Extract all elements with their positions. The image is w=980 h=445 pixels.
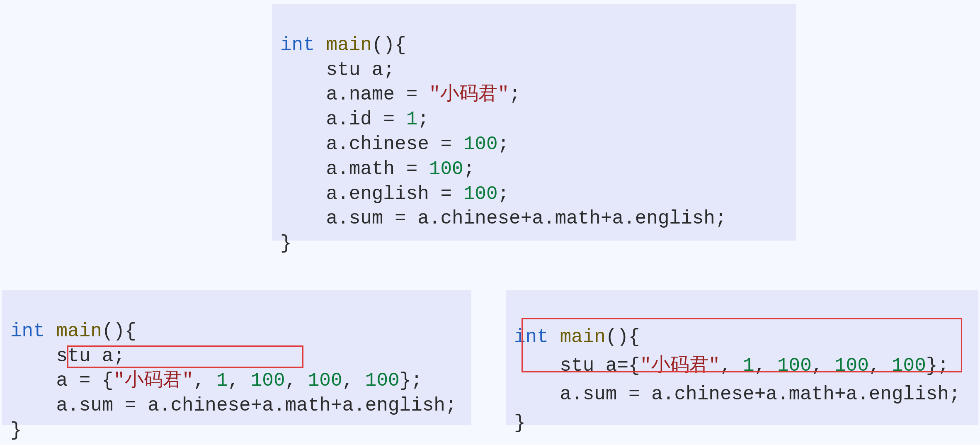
code-line: a.math = 100; xyxy=(280,158,475,180)
code-line: a.english = 100; xyxy=(280,183,509,205)
code-line: a.sum = a.chinese+a.math+a.english; xyxy=(10,395,457,416)
code-line: a.sum = a.chinese+a.math+a.english; xyxy=(280,208,727,229)
code-block-bottom-right: int main(){ stu a={"小码君", 1, 100, 100, 1… xyxy=(506,290,978,425)
code-line: a.id = 1; xyxy=(280,109,429,130)
code-line: } xyxy=(10,420,22,441)
code-line: } xyxy=(280,233,292,254)
code-line: int main(){ xyxy=(280,34,406,56)
code-block-top: int main(){ stu a; a.name = "小码君"; a.id … xyxy=(272,4,796,241)
code-line: stu a={"小码君", 1, 100, 100, 100}; xyxy=(514,355,949,377)
code-line: stu a; xyxy=(10,345,125,367)
code-block-bottom-left: int main(){ stu a; a = {"小码君", 1, 100, 1… xyxy=(2,290,471,425)
code-line: } xyxy=(514,412,526,434)
code-line: int main(){ xyxy=(514,326,640,348)
code-line: a.sum = a.chinese+a.math+a.english; xyxy=(514,384,961,405)
code-line: a.name = "小码君"; xyxy=(280,84,521,105)
code-line: int main(){ xyxy=(10,321,136,342)
code-line: a.chinese = 100; xyxy=(280,134,509,155)
code-line: a = {"小码君", 1, 100, 100, 100}; xyxy=(10,370,422,392)
code-line: stu a; xyxy=(280,59,395,81)
